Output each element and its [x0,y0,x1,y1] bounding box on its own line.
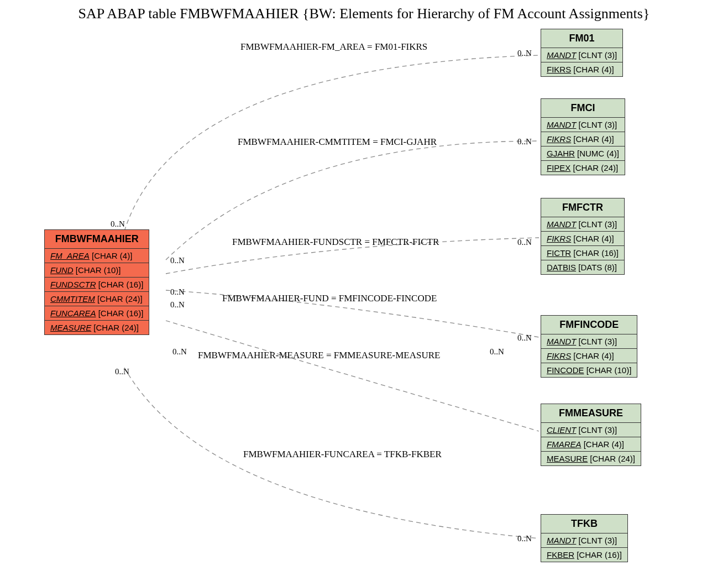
entity-header: FMFINCODE [541,316,637,334]
entity-field: FINCODE [CHAR (10)] [541,363,637,377]
entity-field: MEASURE [CHAR (24)] [541,452,641,465]
cardinality-left: 0..N [170,287,185,297]
entity-field: FIKRS [CHAR (4)] [541,232,624,246]
entity-field: FIKRS [CHAR (4)] [541,62,622,76]
entity-field: FUNDSCTR [CHAR (16)] [45,278,149,292]
entity-fmbwfmaahier: FMBWFMAAHIER FM_AREA [CHAR (4)]FUND [CHA… [44,229,149,335]
entity-field: MANDT [CLNT (3)] [541,217,624,232]
cardinality-right: 0..N [517,238,532,247]
relation-label: FMBWFMAAHIER-FUNDSCTR = FMFCTR-FICTR [232,237,439,248]
entity-fmmeasure: FMMEASURECLIENT [CLNT (3)]FMAREA [CHAR (… [541,404,641,466]
entity-header: FMFCTR [541,198,624,217]
entity-field: MANDT [CLNT (3)] [541,48,622,62]
entity-header: FMBWFMAAHIER [45,230,149,249]
entity-field: CMMTITEM [CHAR (24)] [45,292,149,306]
cardinality-right: 0..N [517,137,532,146]
entity-field: FMAREA [CHAR (4)] [541,437,641,452]
entity-fmfctr: FMFCTRMANDT [CLNT (3)]FIKRS [CHAR (4)]FI… [541,198,625,275]
entity-field: MEASURE [CHAR (24)] [45,321,149,334]
cardinality-left: 0..N [172,347,187,357]
page-title: SAP ABAP table FMBWFMAAHIER {BW: Element… [78,6,650,22]
cardinality-left: 0..N [111,219,125,229]
entity-field: CLIENT [CLNT (3)] [541,423,641,437]
entity-field: FKBER [CHAR (16)] [541,548,627,562]
entity-field: MANDT [CLNT (3)] [541,334,637,349]
cardinality-right: 0..N [517,49,532,58]
entity-header: FM01 [541,29,622,48]
entity-fm01: FM01MANDT [CLNT (3)]FIKRS [CHAR (4)] [541,29,623,77]
entity-field: FM_AREA [CHAR (4)] [45,249,149,263]
relation-label: FMBWFMAAHIER-MEASURE = FMMEASURE-MEASURE [198,350,440,361]
entity-field: FICTR [CHAR (16)] [541,246,624,260]
relation-label: FMBWFMAAHIER-CMMTITEM = FMCI-GJAHR [238,137,437,148]
cardinality-left: 0..N [115,367,129,376]
entity-field: FIKRS [CHAR (4)] [541,132,625,146]
entity-header: FMCI [541,99,625,118]
entity-field: DATBIS [DATS (8)] [541,260,624,274]
entity-fmfincode: FMFINCODEMANDT [CLNT (3)]FIKRS [CHAR (4)… [541,315,637,378]
relation-label: FMBWFMAAHIER-FUND = FMFINCODE-FINCODE [222,293,437,304]
relation-label: FMBWFMAAHIER-FUNCAREA = TFKB-FKBER [243,449,442,460]
entity-header: TFKB [541,515,627,533]
entity-field: MANDT [CLNT (3)] [541,118,625,132]
cardinality-right: 0..N [490,347,504,357]
cardinality-left: 0..N [170,256,185,265]
entity-field: FUNCAREA [CHAR (16)] [45,306,149,321]
entity-field: FIPEX [CHAR (24)] [541,161,625,175]
cardinality-right: 0..N [517,333,532,343]
entity-field: GJAHR [NUMC (4)] [541,146,625,161]
entity-tfkb: TFKBMANDT [CLNT (3)]FKBER [CHAR (16)] [541,514,628,562]
entity-field: FUND [CHAR (10)] [45,263,149,278]
entity-field: MANDT [CLNT (3)] [541,533,627,548]
entity-fmci: FMCIMANDT [CLNT (3)]FIKRS [CHAR (4)]GJAH… [541,98,625,175]
cardinality-right: 0..N [517,534,532,543]
relation-label: FMBWFMAAHIER-FM_AREA = FM01-FIKRS [240,41,427,53]
cardinality-left: 0..N [170,300,185,310]
entity-field: FIKRS [CHAR (4)] [541,349,637,363]
entity-header: FMMEASURE [541,404,641,423]
